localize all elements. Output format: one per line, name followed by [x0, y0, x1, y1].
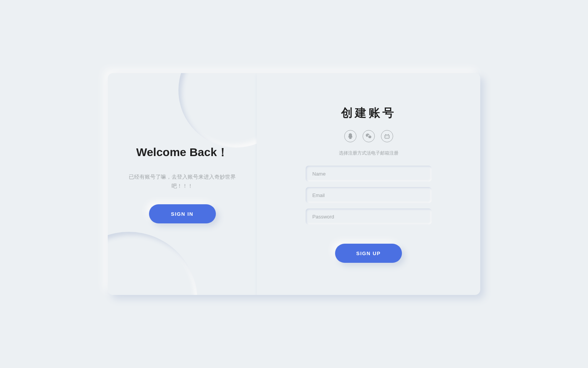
wechat-icon[interactable] [363, 130, 375, 142]
signup-form [306, 166, 432, 225]
decor-circle-bottom [108, 232, 198, 295]
bilibili-icon[interactable] [381, 130, 393, 142]
signup-panel: 创建账号 选择注册方式活电子邮箱注册 SIGN UP [257, 73, 480, 295]
signup-title: 创建账号 [341, 105, 396, 121]
password-input[interactable] [306, 208, 432, 225]
qq-icon[interactable] [344, 130, 356, 142]
sign-up-button[interactable]: SIGN UP [335, 244, 402, 263]
name-input[interactable] [306, 166, 432, 182]
sign-in-button[interactable]: SIGN IN [149, 204, 216, 223]
auth-card: Welcome Back！ 已经有账号了嘛，去登入账号来进入奇妙世界吧！！！ S… [108, 73, 480, 295]
social-row [344, 130, 393, 142]
decor-circle-top [178, 73, 257, 148]
signup-hint: 选择注册方式活电子邮箱注册 [339, 150, 398, 156]
welcome-desc: 已经有账号了嘛，去登入账号来进入奇妙世界吧！！！ [129, 173, 236, 191]
welcome-panel: Welcome Back！ 已经有账号了嘛，去登入账号来进入奇妙世界吧！！！ S… [108, 73, 257, 295]
email-input[interactable] [306, 187, 432, 203]
welcome-title: Welcome Back！ [136, 145, 228, 160]
